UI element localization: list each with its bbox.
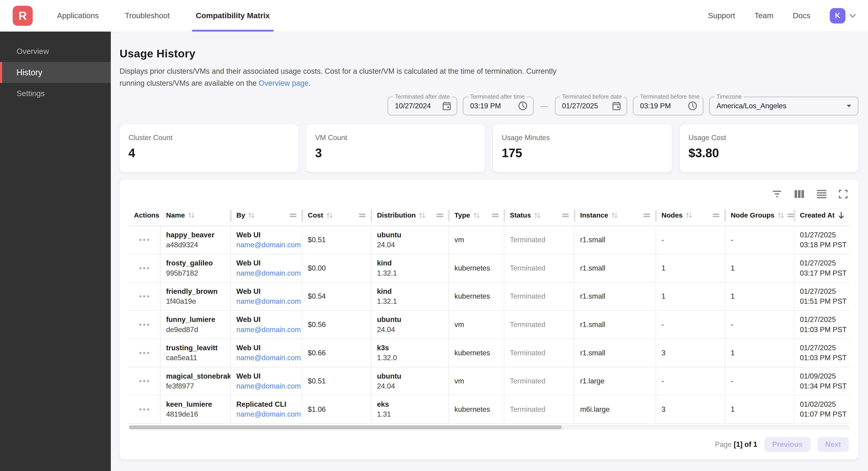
column-header-type[interactable]: Type xyxy=(449,205,504,226)
field-value[interactable]: 03:19 PM xyxy=(470,102,518,110)
creator-email-link[interactable]: name@domain.com xyxy=(236,297,296,305)
sort-icon[interactable] xyxy=(473,212,480,219)
chevron-down-icon[interactable] xyxy=(848,11,857,20)
stat-value: 175 xyxy=(502,146,663,160)
column-menu-icon[interactable] xyxy=(289,213,297,217)
column-header-nodes[interactable]: Nodes xyxy=(656,205,725,226)
created-by: Web UI xyxy=(236,344,296,352)
sidebar-item-settings[interactable]: Settings xyxy=(0,83,111,104)
field-value[interactable]: 01/27/2025 xyxy=(562,102,612,110)
creator-email-link[interactable]: name@domain.com xyxy=(236,241,296,249)
sort-icon[interactable] xyxy=(611,212,618,219)
column-header-created-at[interactable]: Created At xyxy=(794,205,849,226)
user-menu[interactable]: K xyxy=(830,8,857,24)
terminated-before-time-field[interactable]: Terminated before time03:19 PM xyxy=(633,96,704,115)
creator-email-link[interactable]: name@domain.com xyxy=(236,410,296,418)
calendar-icon[interactable] xyxy=(442,101,451,111)
column-menu-icon[interactable] xyxy=(643,213,650,217)
field-value[interactable]: 03:19 PM xyxy=(640,102,688,110)
sort-icon[interactable] xyxy=(777,212,784,219)
horizontal-scrollbar[interactable] xyxy=(128,425,849,430)
column-header-instance[interactable]: Instance xyxy=(575,205,656,226)
nav-link-docs[interactable]: Docs xyxy=(793,11,811,20)
cluster-id: cae5ea11 xyxy=(166,354,225,362)
sort-icon[interactable] xyxy=(685,212,692,219)
stat-value: 3 xyxy=(315,146,476,160)
field-label: Terminated after date xyxy=(393,93,452,100)
sidebar-item-overview[interactable]: Overview xyxy=(0,41,111,62)
dropdown-icon[interactable] xyxy=(846,104,852,108)
column-menu-icon[interactable] xyxy=(359,213,366,217)
filter-icon[interactable] xyxy=(772,190,782,198)
field-value[interactable]: America/Los_Angeles xyxy=(716,102,846,110)
row-actions-icon[interactable] xyxy=(139,380,150,383)
clock-icon[interactable] xyxy=(518,101,528,111)
row-actions-icon[interactable] xyxy=(139,352,150,354)
column-menu-icon[interactable] xyxy=(562,213,569,217)
sort-desc-icon[interactable] xyxy=(837,211,845,219)
cell-actions[interactable] xyxy=(128,367,160,395)
sidebar-item-history[interactable]: History xyxy=(0,62,111,83)
column-header-node-groups[interactable]: Node Groups xyxy=(725,205,794,226)
distribution-name: eks xyxy=(377,400,443,409)
sort-icon[interactable] xyxy=(418,212,426,219)
next-button[interactable]: Next xyxy=(817,437,849,452)
cell-actions[interactable] xyxy=(128,226,160,254)
sort-icon[interactable] xyxy=(534,212,541,219)
avatar[interactable]: K xyxy=(830,8,845,24)
creator-email-link[interactable]: name@domain.com xyxy=(236,354,296,362)
creator-email-link[interactable]: name@domain.com xyxy=(236,269,296,277)
scrollbar-thumb[interactable] xyxy=(129,425,562,429)
column-menu-icon[interactable] xyxy=(492,213,499,217)
cluster-name: funny_lumiere xyxy=(166,316,225,324)
row-actions-icon[interactable] xyxy=(139,267,150,270)
creator-email-link[interactable]: name@domain.com xyxy=(236,382,296,390)
cell-actions[interactable] xyxy=(128,311,160,339)
column-header-name[interactable]: Name xyxy=(161,205,231,226)
previous-button[interactable]: Previous xyxy=(765,437,810,452)
terminated-after-date-field[interactable]: Terminated after date10/27/2024 xyxy=(388,96,457,115)
column-menu-icon[interactable] xyxy=(713,213,720,217)
nav-link-support[interactable]: Support xyxy=(708,11,735,20)
nav-link-team[interactable]: Team xyxy=(754,11,773,20)
sort-icon[interactable] xyxy=(188,212,195,219)
table-toolbar xyxy=(128,186,849,205)
sort-icon[interactable] xyxy=(248,212,255,219)
column-menu-icon[interactable] xyxy=(436,213,443,217)
cell-actions[interactable] xyxy=(128,283,160,311)
tab-troubleshoot[interactable]: Troubleshoot xyxy=(121,0,174,32)
creator-email-link[interactable]: name@domain.com xyxy=(236,326,296,334)
fullscreen-icon[interactable] xyxy=(839,189,847,198)
row-actions-icon[interactable] xyxy=(139,295,150,298)
column-header-status[interactable]: Status xyxy=(504,205,575,226)
stat-card-vm-count: VM Count3 xyxy=(306,124,485,172)
cell-actions[interactable] xyxy=(128,339,160,367)
sidebar: OverviewHistorySettings xyxy=(0,32,111,471)
columns-icon[interactable] xyxy=(794,190,804,198)
density-icon[interactable] xyxy=(817,189,827,198)
app-window: R ApplicationsTroubleshootCompatibility … xyxy=(0,0,868,471)
timezone-field[interactable]: TimezoneAmerica/Los_Angeles xyxy=(709,96,859,115)
tab-applications[interactable]: Applications xyxy=(53,0,103,32)
cell-actions[interactable] xyxy=(128,395,160,423)
column-header-cost[interactable]: Cost xyxy=(302,205,371,226)
field-value[interactable]: 10/27/2024 xyxy=(395,102,442,110)
cell-created-at: 01/02/202501:07 PM PST xyxy=(794,395,849,423)
cell-actions[interactable] xyxy=(128,255,160,282)
sort-icon[interactable] xyxy=(326,212,333,219)
cell-nodes: 1 xyxy=(656,283,725,311)
nodes-value: 1 xyxy=(661,292,719,300)
column-header-by[interactable]: By xyxy=(231,205,302,226)
column-header-distribution[interactable]: Distribution xyxy=(371,205,449,226)
row-actions-icon[interactable] xyxy=(139,408,150,411)
column-menu-icon[interactable] xyxy=(787,213,794,217)
clock-icon[interactable] xyxy=(688,101,697,111)
overview-page-link[interactable]: Overview page xyxy=(259,79,308,87)
terminated-before-date-field[interactable]: Terminated before date01/27/2025 xyxy=(555,96,627,115)
primary-nav-tabs: ApplicationsTroubleshootCompatibility Ma… xyxy=(53,0,274,32)
terminated-after-time-field[interactable]: Terminated after time03:19 PM xyxy=(463,96,534,115)
row-actions-icon[interactable] xyxy=(139,323,150,326)
row-actions-icon[interactable] xyxy=(139,238,150,241)
calendar-icon[interactable] xyxy=(612,101,621,111)
tab-compatibility-matrix[interactable]: Compatibility Matrix xyxy=(192,0,274,32)
